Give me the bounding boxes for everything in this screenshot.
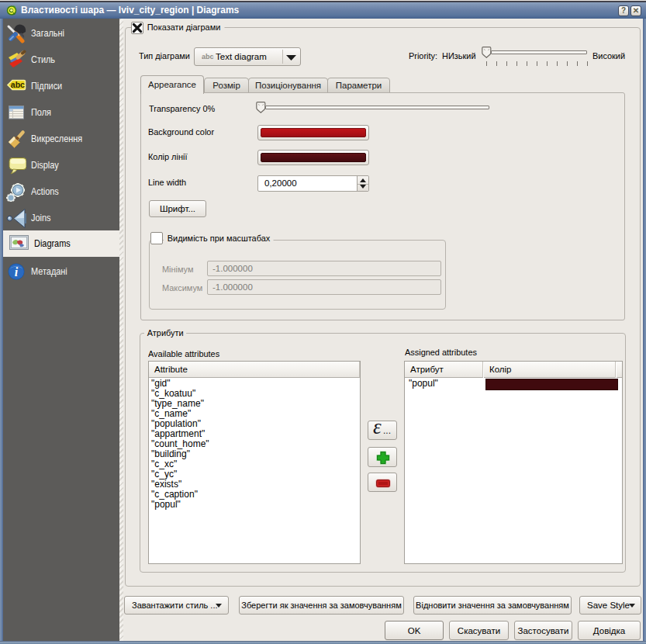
svg-text:abc: abc	[11, 80, 25, 89]
svg-text:i: i	[15, 265, 19, 279]
